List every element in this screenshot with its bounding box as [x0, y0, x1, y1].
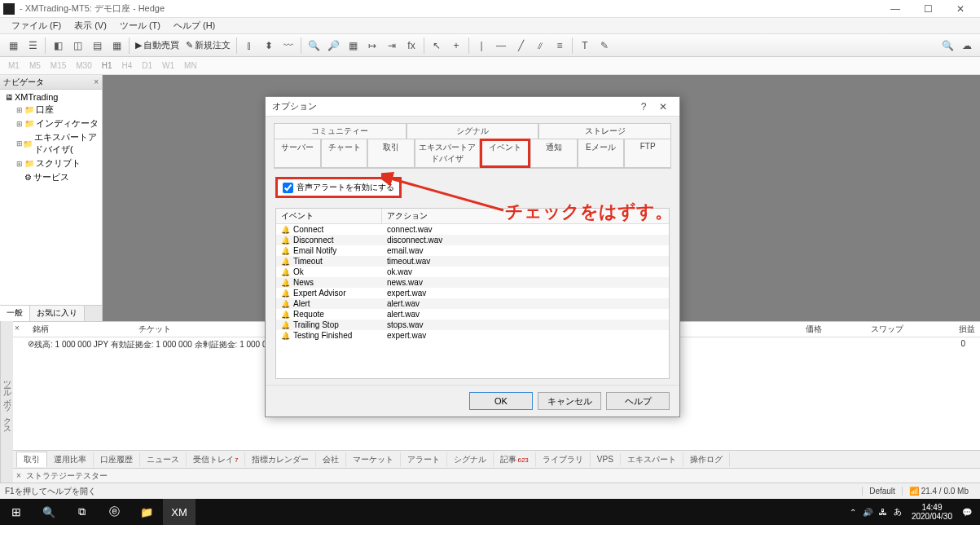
- line-chart-icon[interactable]: 〰: [279, 37, 297, 55]
- new-chart-icon[interactable]: ▦: [4, 37, 22, 55]
- start-button[interactable]: ⊞: [0, 499, 33, 525]
- col-symbol[interactable]: 銘柄: [28, 322, 134, 337]
- tab-market[interactable]: マーケット: [346, 452, 401, 467]
- tree-services[interactable]: ⚙サービス: [13, 170, 100, 184]
- tray-network-icon[interactable]: 🖧: [879, 508, 887, 517]
- tf-h1[interactable]: H1: [97, 61, 117, 70]
- tile-icon[interactable]: ▦: [344, 37, 362, 55]
- minimize-button[interactable]: —: [879, 0, 912, 18]
- tray-up-icon[interactable]: ⌃: [850, 508, 856, 517]
- tab-mailbox[interactable]: 受信トレイ7: [187, 452, 245, 467]
- event-row[interactable]: 🔔Email Notifyemail.wav: [276, 245, 669, 256]
- tab-journal[interactable]: 操作ログ: [683, 452, 730, 467]
- dialog-close-icon[interactable]: ✕: [653, 101, 673, 112]
- toolbox-icon[interactable]: ▤: [88, 37, 106, 55]
- new-order-button[interactable]: ✎新規注文: [182, 39, 234, 51]
- tab-signals-opt[interactable]: シグナル: [407, 123, 539, 139]
- tree-experts[interactable]: ⊞📁エキスパートアドバイザ(: [13, 130, 100, 156]
- tf-m15[interactable]: M15: [46, 61, 71, 70]
- tab-alerts[interactable]: アラート: [401, 452, 447, 467]
- vline-icon[interactable]: |: [472, 37, 490, 55]
- col-swap[interactable]: スワップ: [866, 322, 931, 337]
- tab-events[interactable]: イベント: [480, 139, 530, 168]
- shift-icon[interactable]: ↦: [363, 37, 381, 55]
- tab-history[interactable]: 口座履歴: [94, 452, 140, 467]
- candle-chart-icon[interactable]: ⬍: [260, 37, 278, 55]
- event-row[interactable]: 🔔Testing Finishedexpert.wav: [276, 330, 669, 341]
- taskview-icon[interactable]: ⧉: [65, 499, 98, 525]
- cursor-icon[interactable]: ↖: [428, 37, 446, 55]
- tree-indicators[interactable]: ⊞📁インディケータ: [13, 117, 100, 130]
- tab-ftp[interactable]: FTP: [624, 139, 671, 168]
- toolbox-close-icon[interactable]: ×: [15, 324, 20, 333]
- ok-button[interactable]: OK: [469, 392, 533, 410]
- nav-tab-favorites[interactable]: お気に入り: [30, 306, 85, 321]
- tab-library[interactable]: ライブラリ: [536, 452, 591, 467]
- tab-trade-opt[interactable]: 取引: [367, 139, 415, 168]
- navigator-close-icon[interactable]: ×: [94, 77, 99, 86]
- event-row[interactable]: 🔔Connectconnect.wav: [276, 224, 669, 235]
- tab-articles[interactable]: 記事623: [494, 452, 535, 467]
- event-row[interactable]: 🔔Timeouttimeout.wav: [276, 256, 669, 267]
- col-action[interactable]: アクション: [382, 209, 669, 223]
- label-icon[interactable]: ✎: [595, 37, 613, 55]
- search-icon[interactable]: 🔍: [938, 37, 956, 55]
- tf-w1[interactable]: W1: [157, 61, 179, 70]
- tf-m1[interactable]: M1: [3, 61, 24, 70]
- toolbox-vertical-label[interactable]: ツールボックス: [0, 321, 13, 483]
- event-row[interactable]: 🔔Newsnews.wav: [276, 277, 669, 288]
- explorer-icon[interactable]: 📁: [130, 499, 163, 525]
- tab-trade[interactable]: 取引: [16, 452, 47, 467]
- crosshair-icon[interactable]: +: [447, 37, 465, 55]
- menu-help[interactable]: ヘルプ (H): [167, 20, 222, 32]
- text-icon[interactable]: T: [576, 37, 594, 55]
- trendline-icon[interactable]: ╱: [512, 37, 530, 55]
- col-price[interactable]: 価格: [801, 322, 866, 337]
- tree-root[interactable]: 🖥XMTrading: [2, 91, 100, 103]
- zoom-in-icon[interactable]: 🔍: [305, 37, 323, 55]
- nav-tab-general[interactable]: 一般: [0, 306, 30, 321]
- tray-volume-icon[interactable]: 🔊: [863, 508, 872, 517]
- autoscroll-icon[interactable]: ⇥: [383, 37, 401, 55]
- tab-company[interactable]: 会社: [316, 452, 346, 467]
- tab-signals[interactable]: シグナル: [447, 452, 494, 467]
- event-row[interactable]: 🔔Trailing Stopstops.wav: [276, 320, 669, 330]
- col-ticket[interactable]: チケット: [134, 322, 215, 337]
- tf-m5[interactable]: M5: [24, 61, 46, 70]
- tf-d1[interactable]: D1: [137, 61, 157, 70]
- col-pl[interactable]: 損益: [931, 322, 980, 337]
- tf-h4[interactable]: H4: [117, 61, 138, 70]
- close-button[interactable]: ✕: [944, 0, 977, 18]
- tab-community[interactable]: コミュニティー: [274, 123, 407, 139]
- zoom-out-icon[interactable]: 🔎: [324, 37, 342, 55]
- col-event[interactable]: イベント: [276, 209, 382, 223]
- tray-ime-icon[interactable]: あ: [894, 506, 902, 518]
- action-center-icon[interactable]: 💬: [962, 508, 972, 517]
- tab-exposure[interactable]: 運用比率: [47, 452, 94, 467]
- tester-icon[interactable]: ▦: [108, 37, 125, 55]
- strategy-close-icon[interactable]: ×: [16, 471, 21, 480]
- tab-server[interactable]: サーバー: [274, 139, 321, 168]
- profiles-icon[interactable]: ☰: [24, 37, 42, 55]
- equidistant-icon[interactable]: ⫽: [531, 37, 549, 55]
- navigator-icon[interactable]: ◫: [68, 37, 86, 55]
- event-row[interactable]: 🔔Disconnectdisconnect.wav: [276, 235, 669, 245]
- taskbar-clock[interactable]: 14:49 2020/04/30: [905, 503, 959, 521]
- event-row[interactable]: 🔔Requotealert.wav: [276, 309, 669, 320]
- sound-alerts-input[interactable]: [283, 183, 293, 193]
- cancel-button[interactable]: キャンセル: [538, 392, 601, 410]
- event-row[interactable]: 🔔Alertalert.wav: [276, 298, 669, 309]
- menu-view[interactable]: 表示 (V): [68, 20, 113, 32]
- menu-file[interactable]: ファイル (F): [5, 20, 68, 32]
- status-profile[interactable]: Default: [862, 487, 902, 496]
- hline-icon[interactable]: —: [492, 37, 510, 55]
- tab-ea[interactable]: エキスパートアドバイザ: [415, 139, 480, 168]
- dialog-help-icon[interactable]: ?: [634, 101, 653, 112]
- tree-accounts[interactable]: ⊞📁口座: [13, 103, 100, 117]
- menu-tools[interactable]: ツール (T): [113, 20, 167, 32]
- tab-vps[interactable]: VPS: [591, 453, 621, 465]
- mt5-taskbar-icon[interactable]: XM: [163, 499, 196, 525]
- event-row[interactable]: 🔔Okok.wav: [276, 267, 669, 277]
- bar-chart-icon[interactable]: ⫿: [240, 37, 258, 55]
- tab-news[interactable]: ニュース: [140, 452, 187, 467]
